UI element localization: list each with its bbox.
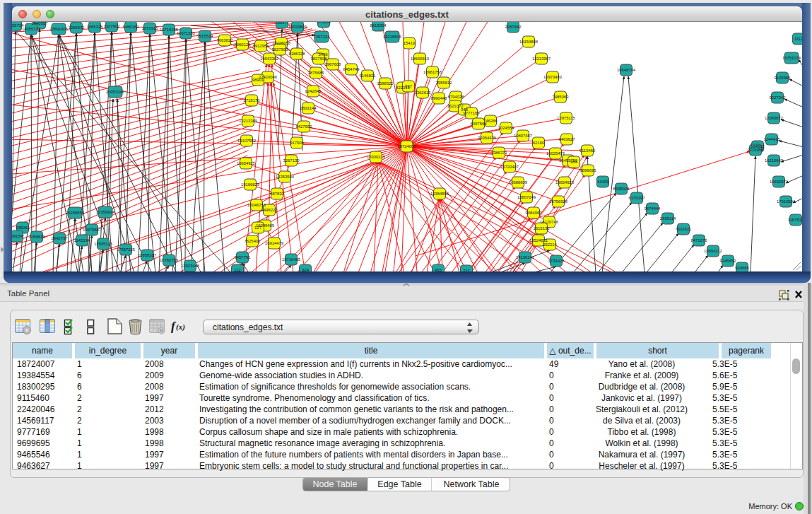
svg-text:324: 324 — [302, 268, 310, 271]
svg-text:211: 211 — [463, 269, 469, 271]
svg-text:62160: 62160 — [533, 141, 545, 145]
svg-text:14136141: 14136141 — [516, 255, 534, 259]
svg-text:9084067: 9084067 — [526, 211, 542, 215]
svg-text:1362615: 1362615 — [415, 90, 432, 95]
svg-text:6379197: 6379197 — [629, 196, 645, 200]
svg-text:6466160: 6466160 — [123, 25, 140, 29]
svg-text:8912956: 8912956 — [253, 44, 270, 48]
svg-text:9129966: 9129966 — [775, 76, 792, 80]
svg-text:2087682: 2087682 — [505, 25, 522, 29]
svg-text:16210643: 16210643 — [765, 158, 784, 163]
svg-text:8938928: 8938928 — [613, 187, 630, 191]
svg-text:7515524: 7515524 — [197, 34, 214, 38]
svg-text:3267130: 3267130 — [283, 158, 300, 163]
svg-text:3215958: 3215958 — [748, 148, 765, 152]
svg-text:8990448: 8990448 — [431, 96, 448, 100]
svg-text:937: 937 — [405, 84, 412, 88]
svg-text:18724007: 18724007 — [397, 144, 416, 148]
svg-text:16120746: 16120746 — [540, 220, 559, 224]
svg-text:7955812: 7955812 — [436, 81, 452, 85]
svg-text:9827508: 9827508 — [311, 57, 328, 61]
svg-text:1145194: 1145194 — [74, 238, 90, 243]
svg-text:12505135: 12505135 — [94, 242, 113, 246]
svg-text:20053346: 20053346 — [106, 90, 125, 94]
svg-text:16671355: 16671355 — [177, 31, 196, 35]
svg-text:19975887: 19975887 — [83, 228, 101, 232]
svg-text:7386372: 7386372 — [491, 151, 507, 155]
svg-text:9115460: 9115460 — [579, 148, 596, 153]
svg-text:98901: 98901 — [252, 78, 264, 82]
svg-text:127: 127 — [254, 226, 261, 230]
svg-text:1112: 1112 — [794, 37, 802, 41]
svg-text:7485063: 7485063 — [553, 95, 570, 99]
svg-text:18226058: 18226058 — [272, 41, 291, 45]
svg-text:9227342: 9227342 — [770, 95, 786, 100]
svg-text:917006: 917006 — [290, 141, 304, 145]
svg-text:14353594: 14353594 — [276, 175, 295, 179]
svg-text:16914479: 16914479 — [265, 241, 283, 245]
svg-text:1588520: 1588520 — [377, 81, 394, 86]
svg-text:8186328: 8186328 — [289, 52, 306, 56]
svg-text:9245652: 9245652 — [720, 259, 736, 263]
svg-text:10973493: 10973493 — [543, 75, 563, 79]
svg-text:19654925: 19654925 — [237, 161, 256, 165]
svg-text:9146821: 9146821 — [360, 74, 376, 78]
svg-text:2935114: 2935114 — [660, 216, 676, 221]
svg-text:12975115: 12975115 — [557, 116, 575, 120]
svg-text:1065326: 1065326 — [87, 25, 104, 29]
svg-text:964: 964 — [570, 160, 578, 164]
svg-text:20364436: 20364436 — [478, 136, 497, 140]
svg-text:455: 455 — [435, 268, 442, 271]
svg-text:10688609: 10688609 — [509, 180, 527, 185]
svg-text:924565: 924565 — [735, 266, 749, 270]
svg-text:1244415: 1244415 — [764, 137, 781, 141]
svg-text:9457791: 9457791 — [235, 255, 251, 259]
svg-text:15720407: 15720407 — [500, 165, 519, 169]
svg-text:1940557: 1940557 — [32, 22, 48, 25]
svg-text:19756928: 19756928 — [549, 199, 568, 204]
svg-text:6794028: 6794028 — [448, 95, 465, 99]
svg-text:16046756: 16046756 — [247, 203, 266, 207]
svg-text:19166829: 19166829 — [241, 182, 259, 187]
svg-text:19654923: 19654923 — [555, 180, 575, 185]
svg-text:8454749: 8454749 — [343, 67, 360, 71]
svg-text:12213389: 12213389 — [239, 119, 257, 123]
svg-text:15716485: 15716485 — [282, 257, 301, 262]
svg-text:20206556: 20206556 — [66, 211, 85, 215]
svg-text:3875685: 3875685 — [308, 71, 325, 75]
svg-text:16543382: 16543382 — [260, 57, 278, 61]
svg-text:8813054: 8813054 — [370, 23, 387, 28]
svg-text:6497568: 6497568 — [471, 122, 488, 126]
svg-text:8660124: 8660124 — [235, 42, 252, 47]
svg-text:15419: 15419 — [404, 41, 415, 45]
svg-text:1065532: 1065532 — [69, 25, 85, 30]
svg-text:19384554: 19384554 — [430, 192, 449, 196]
svg-text:16107552: 16107552 — [237, 139, 256, 143]
svg-text:18640910: 18640910 — [411, 57, 430, 61]
svg-text:4498222: 4498222 — [261, 208, 278, 212]
svg-text:8471676: 8471676 — [691, 238, 708, 243]
svg-text:1071915: 1071915 — [142, 26, 159, 30]
svg-text:3024554: 3024554 — [498, 126, 515, 130]
svg-text:190377: 190377 — [275, 22, 289, 25]
svg-text:39154: 39154 — [12, 234, 23, 238]
svg-text:18807249: 18807249 — [517, 195, 536, 199]
svg-text:9242848: 9242848 — [305, 89, 322, 93]
svg-text:2803144: 2803144 — [300, 106, 317, 110]
svg-text:1156819: 1156819 — [29, 235, 45, 239]
svg-text:12213967: 12213967 — [532, 57, 551, 61]
svg-text:10719155: 10719155 — [160, 28, 179, 32]
svg-text:18300215: 18300215 — [367, 155, 386, 159]
svg-text:2967608: 2967608 — [325, 62, 342, 66]
svg-text:19218506: 19218506 — [383, 35, 402, 39]
svg-text:252214: 252214 — [543, 243, 557, 247]
svg-text:935061: 935061 — [16, 226, 30, 230]
svg-text:10654112: 10654112 — [704, 249, 722, 253]
svg-text:7663822: 7663822 — [217, 38, 233, 42]
svg-text:16033809: 16033809 — [288, 25, 307, 29]
svg-text:975124: 975124 — [317, 22, 331, 24]
svg-text:9777169: 9777169 — [464, 111, 480, 115]
svg-text:15751074: 15751074 — [782, 56, 801, 60]
svg-text:9474444: 9474444 — [645, 206, 661, 211]
svg-text:14409: 14409 — [597, 180, 608, 184]
